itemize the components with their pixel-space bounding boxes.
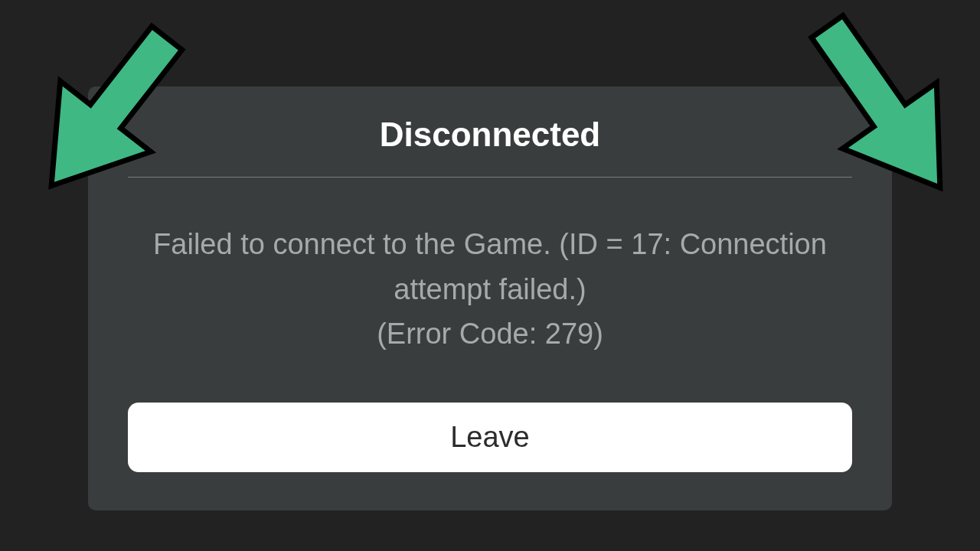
title-divider bbox=[128, 177, 852, 178]
dialog-message: Failed to connect to the Game. (ID = 17:… bbox=[128, 222, 852, 357]
dialog-title: Disconnected bbox=[128, 116, 852, 177]
disconnect-dialog: Disconnected Failed to connect to the Ga… bbox=[88, 86, 892, 511]
leave-button[interactable]: Leave bbox=[128, 403, 852, 472]
